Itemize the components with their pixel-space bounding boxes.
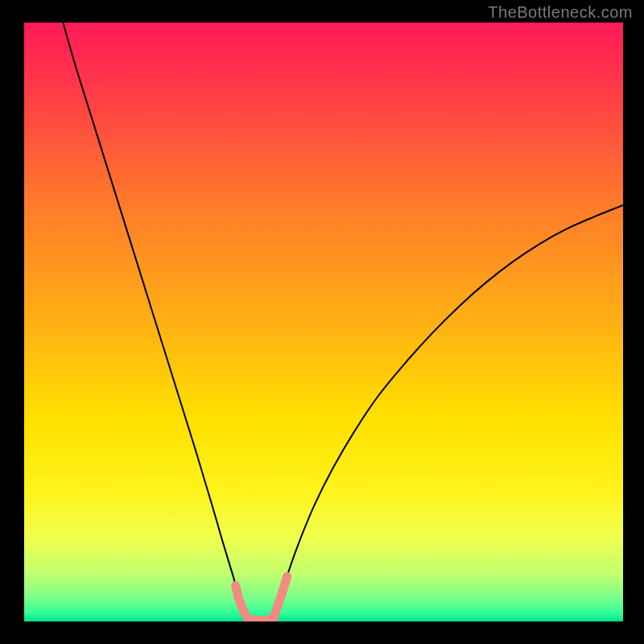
chart-stage: TheBottleneck.com xyxy=(0,0,644,644)
bottleneck-plot xyxy=(24,23,623,621)
valley-highlight-seg-1 xyxy=(250,618,273,620)
plot-background xyxy=(24,23,623,621)
watermark-text: TheBottleneck.com xyxy=(488,3,633,22)
plot-area xyxy=(24,23,623,621)
